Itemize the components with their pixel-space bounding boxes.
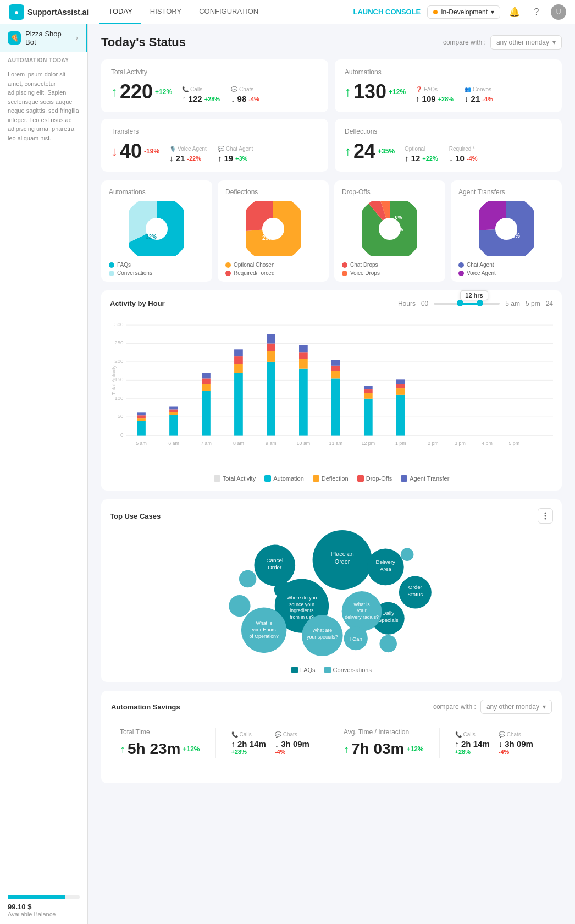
- pie-charts-row: Automations 68% 32% FAQs: [101, 180, 562, 282]
- logo-area: ● SupportAssist.ai: [9, 4, 89, 20]
- activity-title: Activity by Hour: [110, 299, 165, 307]
- bubble-small-1[interactable]: [229, 595, 250, 617]
- required-val: ↓ 10 -4%: [449, 153, 478, 163]
- agent-transfers-pie-card: Agent Transfers 74% 26% Chat Agent: [451, 180, 562, 282]
- legend-chat-agent: Chat Agent: [458, 262, 554, 268]
- auto-convos-val: ↓ 21 -4%: [465, 94, 493, 103]
- optional-sub: Optional ↑ 12 +22%: [405, 146, 438, 163]
- bubble-small-2[interactable]: [239, 570, 256, 587]
- dropoffs-legend: Chat Drops Voice Drops: [342, 262, 438, 276]
- dropoffs-pie-container: 89% 6% 5%: [342, 201, 438, 256]
- sidebar-item-bot[interactable]: 🍕 Pizza Shop Bot ›: [0, 24, 87, 52]
- avg-chats-pct: -4%: [499, 749, 510, 755]
- use-cases-legend-faqs: FAQs: [291, 667, 316, 673]
- page-header: Today's Status compare with : any other …: [101, 35, 562, 50]
- svg-text:250: 250: [114, 339, 124, 345]
- svg-text:Place an: Place an: [331, 551, 354, 557]
- automations-number: 130: [353, 80, 386, 103]
- faqs-pct: +28%: [438, 96, 454, 102]
- total-time-chats-label: 💬 Chats: [275, 732, 297, 738]
- compare-dropdown[interactable]: any other monday ▾: [490, 35, 562, 50]
- dropoffs-pie-card: Drop-Offs 89% 6% 5% Chat Drops: [334, 180, 445, 282]
- legend-agent-transfer: Agent Transfer: [401, 475, 449, 482]
- avatar[interactable]: U: [551, 4, 566, 20]
- svg-text:Delivery: Delivery: [376, 559, 396, 565]
- slider-thumb-left[interactable]: [457, 300, 463, 306]
- transfers-main: ↓ 40 -19% 🎙️ Voice Agent ↓ 21: [111, 140, 318, 163]
- logo-icon: ●: [9, 4, 24, 20]
- total-activity-pct: +12%: [155, 88, 172, 96]
- compare-value: any other monday: [496, 38, 549, 46]
- balance-bar: [8, 895, 80, 899]
- svg-text:Specials: Specials: [378, 617, 399, 623]
- svg-text:Order: Order: [408, 584, 423, 590]
- chat-agent-val: ↑ 19 +3%: [218, 153, 248, 163]
- help-icon[interactable]: ?: [529, 4, 544, 20]
- deflections-legend: Optional Chosen Required/Forced: [225, 262, 321, 276]
- svg-point-48: [545, 518, 546, 520]
- total-activity-arrow: ↑: [111, 84, 118, 100]
- automation-section-label: AUTOMATION TODAY: [0, 52, 87, 65]
- total-activity-main: ↑ 220 +12% 📞 Calls ↑ 122: [111, 80, 318, 103]
- automations-pie-svg: 68% 32%: [129, 201, 184, 256]
- savings-compare-dropdown[interactable]: any other monday ▾: [480, 700, 552, 714]
- svg-text:Cancel: Cancel: [267, 557, 284, 563]
- chats-arrow: ↓: [231, 94, 235, 103]
- nav-tab-configuration[interactable]: CONFIGURATION: [190, 0, 267, 24]
- automations-subs: ❓ FAQs ↑ 109 +28% 👥: [416, 86, 493, 103]
- optional-val: ↑ 12 +22%: [405, 153, 438, 163]
- avg-time-number: 7h 03m: [351, 740, 405, 758]
- slider-thumb-right[interactable]: [477, 300, 483, 306]
- nav-tab-history[interactable]: HISTORY: [141, 0, 190, 24]
- transfers-arrow: ↓: [111, 144, 118, 159]
- bar-11am-drops: [331, 366, 340, 371]
- savings-divider-1: [215, 728, 216, 758]
- savings-divider-2: [439, 728, 440, 758]
- bubble-small-3[interactable]: [274, 581, 291, 598]
- convos-icon: 👥: [465, 86, 471, 92]
- legend-total-color: [214, 475, 220, 482]
- bubble-small-4[interactable]: [401, 548, 414, 561]
- env-dropdown[interactable]: In-Development ▾: [427, 6, 500, 19]
- hours-slider-track[interactable]: [434, 302, 500, 305]
- bar-7am-auto: [202, 391, 211, 436]
- legend-required-dot: [225, 271, 231, 276]
- dropoffs-pie-title: Drop-Offs: [342, 188, 438, 196]
- svg-text:8 am: 8 am: [233, 441, 244, 446]
- nav-tab-today[interactable]: TODAY: [99, 0, 141, 24]
- total-activity-chats-sub: 💬 Chats ↓ 98 -4%: [231, 86, 259, 103]
- bar-7am-transfer: [202, 373, 211, 379]
- legend-conversations: Conversations: [109, 270, 204, 276]
- bell-icon[interactable]: 🔔: [507, 4, 522, 20]
- bar-8am-drops: [234, 356, 243, 364]
- svg-text:200: 200: [114, 358, 124, 364]
- savings-title: Automation Savings: [111, 703, 180, 711]
- launch-console-button[interactable]: LAUNCH CONSOLE: [353, 8, 421, 16]
- use-cases-menu-button[interactable]: [538, 508, 553, 524]
- legend-voice-agent-dot: [458, 271, 464, 276]
- deflections-big: ↑ 24 +35%: [345, 140, 395, 163]
- svg-text:10 am: 10 am: [297, 441, 311, 446]
- auto-faqs-sub: ❓ FAQs ↑ 109 +28%: [416, 86, 454, 103]
- svg-text:1 pm: 1 pm: [395, 441, 406, 446]
- voice-agent-label: 🎙️ Voice Agent: [169, 146, 207, 152]
- legend-agent-transfer-color: [401, 475, 407, 482]
- avg-chats-val: ↓ 3h 09m: [499, 739, 533, 749]
- bubble-small-5[interactable]: [379, 635, 396, 652]
- avg-time-title: Avg. Time / Interaction: [344, 728, 424, 736]
- svg-text:12 pm: 12 pm: [362, 441, 375, 446]
- bar-11am-transfer: [331, 360, 340, 366]
- balance-fill: [8, 895, 65, 899]
- legend-chat-agent-dot: [458, 262, 464, 268]
- legend-voice-drops-dot: [342, 271, 347, 276]
- svg-text:89%: 89%: [383, 227, 395, 233]
- bar-12pm-drops: [364, 389, 373, 393]
- automations-main: ↑ 130 +12% ❓ FAQs ↑ 109: [345, 80, 552, 103]
- activity-header: Activity by Hour Hours 00 12 hrs 5 am 5 …: [110, 299, 553, 307]
- bar-9am-drops: [267, 344, 275, 351]
- nav-right: LAUNCH CONSOLE In-Development ▾ 🔔 ? U: [353, 4, 567, 20]
- agent-transfers-pie-svg: 74% 26%: [479, 201, 534, 256]
- transfers-pct: -19%: [144, 147, 159, 155]
- activity-legend-row: Total Activity Automation Deflection Dro…: [110, 475, 553, 482]
- svg-text:Area: Area: [380, 566, 391, 572]
